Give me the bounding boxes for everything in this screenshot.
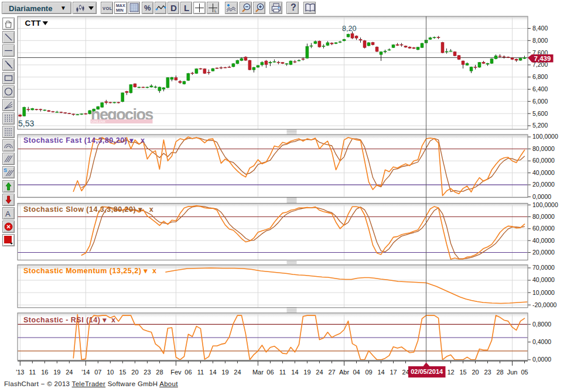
svg-text:'13: '13 <box>16 369 24 376</box>
svg-text:5,53: 5,53 <box>18 119 34 128</box>
svg-text:14: 14 <box>291 369 298 376</box>
svg-text:70,0000: 70,0000 <box>532 264 555 271</box>
svg-text:23: 23 <box>484 369 491 376</box>
svg-text:06: 06 <box>267 369 274 376</box>
svg-text:Stochastic Slow (14,3,3,80,20): Stochastic Slow (14,3,3,80,20) ▾ x <box>23 205 153 214</box>
svg-text:100,0000: 100,0000 <box>532 133 558 140</box>
svg-text:0,4000: 0,4000 <box>532 338 551 345</box>
svg-text:-20,0000: -20,0000 <box>532 301 557 308</box>
svg-text:ONLINE: ONLINE <box>91 119 105 123</box>
svg-text:Stochastic - RSI (14) ▾ x: Stochastic - RSI (14) ▾ x <box>23 316 116 324</box>
svg-text:05: 05 <box>521 369 528 376</box>
svg-text:17: 17 <box>390 369 397 376</box>
svg-text:24: 24 <box>402 369 409 376</box>
svg-text:8,20: 8,20 <box>342 25 356 33</box>
svg-text:40,0000: 40,0000 <box>532 237 555 244</box>
svg-text:40,0000: 40,0000 <box>532 169 555 176</box>
svg-text:8,000: 8,000 <box>532 37 548 44</box>
svg-text:11: 11 <box>197 369 204 376</box>
svg-text:27: 27 <box>328 369 335 376</box>
svg-text:Stochastic Momentum (13,25,2): Stochastic Momentum (13,25,2) ▾ x <box>23 267 157 275</box>
svg-text:40,0000: 40,0000 <box>532 276 555 283</box>
svg-text:A: A <box>5 209 11 218</box>
svg-text:S: S <box>4 167 7 173</box>
svg-text:60,0000: 60,0000 <box>532 157 555 164</box>
svg-text:L: L <box>214 9 217 13</box>
svg-text:Stochastic Fast (14,3,80,20) ▾: Stochastic Fast (14,3,80,20) ▾ x <box>23 136 145 145</box>
svg-text:20: 20 <box>131 369 138 376</box>
svg-text:Mar: Mar <box>252 369 264 376</box>
svg-text:20,0000: 20,0000 <box>532 249 555 256</box>
svg-text:07: 07 <box>94 369 101 376</box>
svg-text:Jun: Jun <box>507 369 518 376</box>
svg-text:6,800: 6,800 <box>532 73 548 80</box>
svg-text:19: 19 <box>53 369 60 376</box>
svg-text:10,0000: 10,0000 <box>532 289 555 296</box>
svg-text:04: 04 <box>353 369 360 376</box>
svg-text:6,400: 6,400 <box>532 85 548 92</box>
svg-text:28: 28 <box>496 369 503 376</box>
svg-text:15: 15 <box>459 369 466 376</box>
svg-text:5,600: 5,600 <box>532 110 548 117</box>
svg-text:19: 19 <box>303 369 310 376</box>
svg-text:16: 16 <box>41 369 48 376</box>
svg-text:24: 24 <box>66 369 73 376</box>
svg-text:23: 23 <box>144 369 151 376</box>
svg-text:7,439: 7,439 <box>534 55 551 62</box>
svg-text:Fev: Fev <box>170 369 182 376</box>
svg-text:60,0000: 60,0000 <box>532 225 555 232</box>
svg-text:06: 06 <box>185 369 192 376</box>
svg-text:0,0000: 0,0000 <box>532 356 551 363</box>
svg-text:24: 24 <box>234 369 241 376</box>
svg-text:80,0000: 80,0000 <box>532 145 555 152</box>
svg-text:5,200: 5,200 <box>532 122 548 129</box>
svg-text:80,0000: 80,0000 <box>532 213 555 220</box>
svg-text:24: 24 <box>316 369 323 376</box>
svg-text:8,400: 8,400 <box>532 25 548 32</box>
svg-text:'14: '14 <box>81 369 90 376</box>
svg-text:0,8000: 0,8000 <box>532 321 551 328</box>
svg-text:19: 19 <box>221 369 228 376</box>
svg-text:14: 14 <box>377 369 384 376</box>
svg-text:11: 11 <box>279 369 286 376</box>
svg-text:10: 10 <box>107 369 114 376</box>
svg-text:20,0000: 20,0000 <box>532 181 555 188</box>
svg-text:0,0000: 0,0000 <box>532 193 551 200</box>
svg-text:28: 28 <box>156 369 163 376</box>
svg-text:100,0000: 100,0000 <box>532 201 558 208</box>
svg-text:15: 15 <box>119 369 126 376</box>
svg-text:6,000: 6,000 <box>532 98 548 105</box>
svg-text:20: 20 <box>472 369 479 376</box>
svg-text:09: 09 <box>365 369 372 376</box>
svg-text:12: 12 <box>447 369 454 376</box>
svg-text:02/05/2014: 02/05/2014 <box>411 368 443 375</box>
svg-text:Abr: Abr <box>339 369 349 376</box>
svg-text:CTT: CTT <box>25 19 42 27</box>
svg-text:14: 14 <box>209 369 216 376</box>
svg-text:11: 11 <box>29 369 36 376</box>
